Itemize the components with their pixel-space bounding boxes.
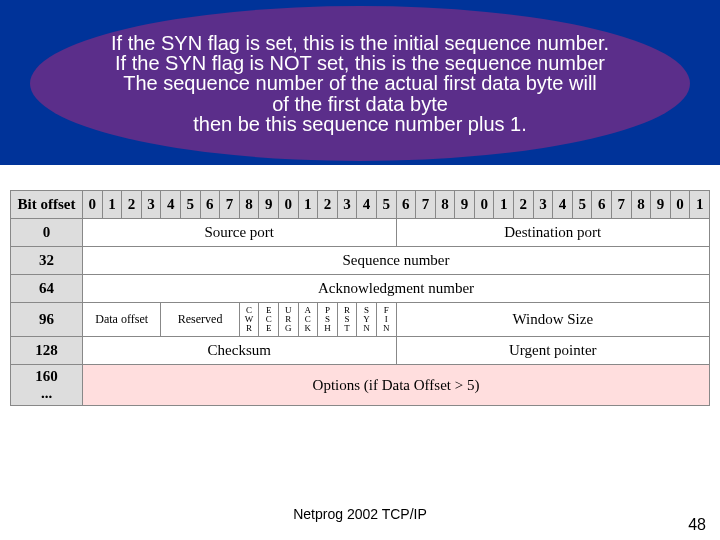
flag-ack: ACK (298, 303, 318, 337)
bit-col: 8 (239, 191, 259, 219)
field-sequence-number: Sequence number (83, 247, 710, 275)
flag-rst: RST (337, 303, 357, 337)
field-reserved: Reserved (161, 303, 239, 337)
flag-cwr: CWR (239, 303, 259, 337)
page-number: 48 (688, 516, 706, 534)
callout-line-2: If the SYN flag is NOT set, this is the … (90, 53, 630, 73)
bit-col: 1 (494, 191, 514, 219)
field-data-offset: Data offset (83, 303, 161, 337)
bit-col: 0 (474, 191, 494, 219)
field-destination-port: Destination port (396, 219, 710, 247)
bit-col: 5 (180, 191, 200, 219)
bit-col: 6 (592, 191, 612, 219)
field-checksum: Checksum (83, 337, 397, 365)
bit-col: 2 (514, 191, 534, 219)
bit-col: 8 (435, 191, 455, 219)
bit-col: 7 (612, 191, 632, 219)
bit-col: 9 (651, 191, 671, 219)
bit-col: 6 (200, 191, 220, 219)
field-window-size: Window Size (396, 303, 710, 337)
bit-col: 9 (455, 191, 475, 219)
callout-text: If the SYN flag is set, this is the init… (90, 33, 630, 135)
row-offset: 96 (11, 303, 83, 337)
row-offset: 128 (11, 337, 83, 365)
table-row: 0 Source port Destination port (11, 219, 710, 247)
table-row: 128 Checksum Urgent pointer (11, 337, 710, 365)
table-row: 96 Data offset Reserved CWR ECE URG ACK … (11, 303, 710, 337)
bit-col: 5 (572, 191, 592, 219)
bit-col: 9 (259, 191, 279, 219)
table-row: 32 Sequence number (11, 247, 710, 275)
tcp-header-table-wrap: Bit offset 0 1 2 3 4 5 6 7 8 9 0 1 2 3 4… (10, 190, 710, 406)
field-ack-number: Acknowledgment number (83, 275, 710, 303)
flag-fin: FIN (376, 303, 396, 337)
row-offset: 32 (11, 247, 83, 275)
flag-urg: URG (278, 303, 298, 337)
bit-col: 6 (396, 191, 416, 219)
field-source-port: Source port (83, 219, 397, 247)
bit-col: 7 (220, 191, 240, 219)
bit-col: 7 (416, 191, 436, 219)
callout-line-1: If the SYN flag is set, this is the init… (90, 33, 630, 53)
bit-col: 4 (357, 191, 377, 219)
field-options: Options (if Data Offset > 5) (83, 365, 710, 406)
bit-col: 3 (141, 191, 161, 219)
callout-bubble: If the SYN flag is set, this is the init… (30, 6, 690, 161)
bit-col: 5 (376, 191, 396, 219)
row-offset: 64 (11, 275, 83, 303)
footer-text: Netprog 2002 TCP/IP (0, 506, 720, 522)
bit-col: 1 (298, 191, 318, 219)
bit-col: 4 (161, 191, 181, 219)
bit-col: 1 (102, 191, 122, 219)
bit-col: 1 (690, 191, 710, 219)
row-offset: 160 ... (11, 365, 83, 406)
bit-offset-header: Bit offset (11, 191, 83, 219)
bit-col: 0 (278, 191, 298, 219)
table-row-header: Bit offset 0 1 2 3 4 5 6 7 8 9 0 1 2 3 4… (11, 191, 710, 219)
field-urgent-pointer: Urgent pointer (396, 337, 710, 365)
callout-line-3: The sequence number of the actual first … (90, 73, 630, 93)
callout-line-5: then be this sequence number plus 1. (90, 114, 630, 134)
table-row: 64 Acknowledgment number (11, 275, 710, 303)
flag-psh: PSH (318, 303, 338, 337)
bit-col: 2 (122, 191, 142, 219)
bit-col: 4 (553, 191, 573, 219)
bit-col: 2 (318, 191, 338, 219)
flag-syn: SYN (357, 303, 377, 337)
callout-line-4: of the first data byte (90, 94, 630, 114)
bit-col: 3 (337, 191, 357, 219)
bit-col: 3 (533, 191, 553, 219)
row-offset: 0 (11, 219, 83, 247)
tcp-header-table: Bit offset 0 1 2 3 4 5 6 7 8 9 0 1 2 3 4… (10, 190, 710, 406)
bit-col: 0 (83, 191, 103, 219)
table-row: 160 ... Options (if Data Offset > 5) (11, 365, 710, 406)
bit-col: 8 (631, 191, 651, 219)
bit-col: 0 (670, 191, 690, 219)
flag-ece: ECE (259, 303, 279, 337)
